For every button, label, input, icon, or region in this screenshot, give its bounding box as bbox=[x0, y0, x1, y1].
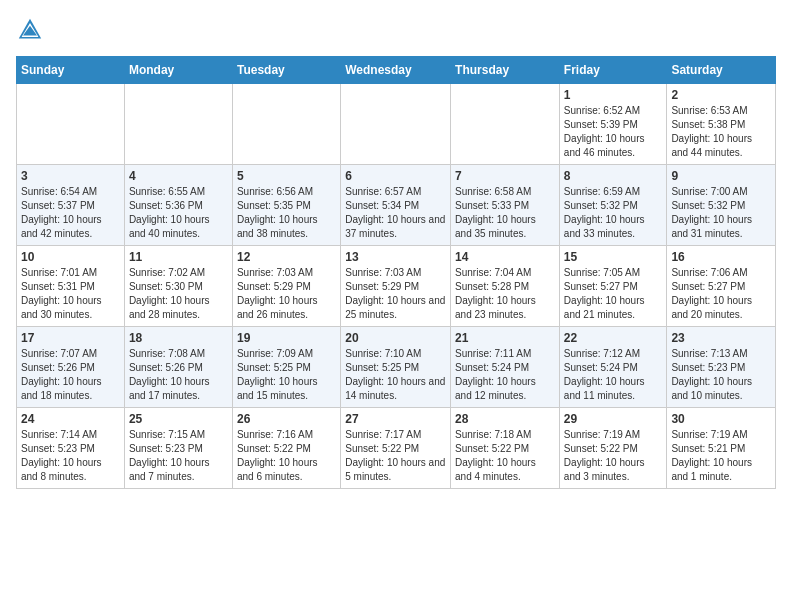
day-number: 27 bbox=[345, 412, 446, 426]
calendar-cell bbox=[232, 84, 340, 165]
calendar-header-saturday: Saturday bbox=[667, 57, 776, 84]
day-number: 17 bbox=[21, 331, 120, 345]
day-number: 25 bbox=[129, 412, 228, 426]
day-number: 15 bbox=[564, 250, 663, 264]
calendar-header-sunday: Sunday bbox=[17, 57, 125, 84]
day-number: 13 bbox=[345, 250, 446, 264]
day-info: Sunrise: 7:18 AMSunset: 5:22 PMDaylight:… bbox=[455, 428, 555, 484]
calendar-cell: 21Sunrise: 7:11 AMSunset: 5:24 PMDayligh… bbox=[451, 327, 560, 408]
calendar-cell: 4Sunrise: 6:55 AMSunset: 5:36 PMDaylight… bbox=[124, 165, 232, 246]
day-info: Sunrise: 7:05 AMSunset: 5:27 PMDaylight:… bbox=[564, 266, 663, 322]
day-info: Sunrise: 7:01 AMSunset: 5:31 PMDaylight:… bbox=[21, 266, 120, 322]
calendar-cell: 25Sunrise: 7:15 AMSunset: 5:23 PMDayligh… bbox=[124, 408, 232, 489]
calendar-header-friday: Friday bbox=[559, 57, 667, 84]
day-info: Sunrise: 7:06 AMSunset: 5:27 PMDaylight:… bbox=[671, 266, 771, 322]
day-info: Sunrise: 7:19 AMSunset: 5:22 PMDaylight:… bbox=[564, 428, 663, 484]
calendar-cell: 18Sunrise: 7:08 AMSunset: 5:26 PMDayligh… bbox=[124, 327, 232, 408]
day-info: Sunrise: 6:52 AMSunset: 5:39 PMDaylight:… bbox=[564, 104, 663, 160]
calendar-header-tuesday: Tuesday bbox=[232, 57, 340, 84]
day-number: 2 bbox=[671, 88, 771, 102]
day-number: 7 bbox=[455, 169, 555, 183]
day-info: Sunrise: 7:11 AMSunset: 5:24 PMDaylight:… bbox=[455, 347, 555, 403]
day-number: 14 bbox=[455, 250, 555, 264]
day-number: 18 bbox=[129, 331, 228, 345]
day-number: 12 bbox=[237, 250, 336, 264]
day-info: Sunrise: 7:03 AMSunset: 5:29 PMDaylight:… bbox=[237, 266, 336, 322]
calendar-cell: 17Sunrise: 7:07 AMSunset: 5:26 PMDayligh… bbox=[17, 327, 125, 408]
day-info: Sunrise: 7:13 AMSunset: 5:23 PMDaylight:… bbox=[671, 347, 771, 403]
calendar-cell: 12Sunrise: 7:03 AMSunset: 5:29 PMDayligh… bbox=[232, 246, 340, 327]
day-info: Sunrise: 7:10 AMSunset: 5:25 PMDaylight:… bbox=[345, 347, 446, 403]
day-number: 23 bbox=[671, 331, 771, 345]
day-number: 1 bbox=[564, 88, 663, 102]
calendar-header-thursday: Thursday bbox=[451, 57, 560, 84]
day-info: Sunrise: 6:55 AMSunset: 5:36 PMDaylight:… bbox=[129, 185, 228, 241]
calendar-cell: 7Sunrise: 6:58 AMSunset: 5:33 PMDaylight… bbox=[451, 165, 560, 246]
day-number: 8 bbox=[564, 169, 663, 183]
calendar-table: SundayMondayTuesdayWednesdayThursdayFrid… bbox=[16, 56, 776, 489]
day-number: 22 bbox=[564, 331, 663, 345]
day-number: 30 bbox=[671, 412, 771, 426]
calendar-cell: 13Sunrise: 7:03 AMSunset: 5:29 PMDayligh… bbox=[341, 246, 451, 327]
calendar-week-row: 24Sunrise: 7:14 AMSunset: 5:23 PMDayligh… bbox=[17, 408, 776, 489]
day-number: 6 bbox=[345, 169, 446, 183]
day-info: Sunrise: 7:17 AMSunset: 5:22 PMDaylight:… bbox=[345, 428, 446, 484]
day-number: 3 bbox=[21, 169, 120, 183]
day-info: Sunrise: 7:07 AMSunset: 5:26 PMDaylight:… bbox=[21, 347, 120, 403]
day-info: Sunrise: 7:09 AMSunset: 5:25 PMDaylight:… bbox=[237, 347, 336, 403]
calendar-cell: 20Sunrise: 7:10 AMSunset: 5:25 PMDayligh… bbox=[341, 327, 451, 408]
calendar-cell: 24Sunrise: 7:14 AMSunset: 5:23 PMDayligh… bbox=[17, 408, 125, 489]
calendar-cell: 14Sunrise: 7:04 AMSunset: 5:28 PMDayligh… bbox=[451, 246, 560, 327]
day-number: 4 bbox=[129, 169, 228, 183]
day-number: 5 bbox=[237, 169, 336, 183]
day-info: Sunrise: 7:14 AMSunset: 5:23 PMDaylight:… bbox=[21, 428, 120, 484]
day-number: 16 bbox=[671, 250, 771, 264]
calendar-cell: 10Sunrise: 7:01 AMSunset: 5:31 PMDayligh… bbox=[17, 246, 125, 327]
day-info: Sunrise: 6:59 AMSunset: 5:32 PMDaylight:… bbox=[564, 185, 663, 241]
calendar-cell: 23Sunrise: 7:13 AMSunset: 5:23 PMDayligh… bbox=[667, 327, 776, 408]
calendar-cell: 6Sunrise: 6:57 AMSunset: 5:34 PMDaylight… bbox=[341, 165, 451, 246]
day-info: Sunrise: 7:08 AMSunset: 5:26 PMDaylight:… bbox=[129, 347, 228, 403]
day-info: Sunrise: 7:15 AMSunset: 5:23 PMDaylight:… bbox=[129, 428, 228, 484]
day-info: Sunrise: 6:56 AMSunset: 5:35 PMDaylight:… bbox=[237, 185, 336, 241]
calendar-cell: 16Sunrise: 7:06 AMSunset: 5:27 PMDayligh… bbox=[667, 246, 776, 327]
day-number: 19 bbox=[237, 331, 336, 345]
day-number: 9 bbox=[671, 169, 771, 183]
logo-icon bbox=[16, 16, 44, 44]
day-number: 24 bbox=[21, 412, 120, 426]
day-info: Sunrise: 7:04 AMSunset: 5:28 PMDaylight:… bbox=[455, 266, 555, 322]
calendar-cell: 27Sunrise: 7:17 AMSunset: 5:22 PMDayligh… bbox=[341, 408, 451, 489]
calendar-header-row: SundayMondayTuesdayWednesdayThursdayFrid… bbox=[17, 57, 776, 84]
calendar-cell: 26Sunrise: 7:16 AMSunset: 5:22 PMDayligh… bbox=[232, 408, 340, 489]
day-number: 26 bbox=[237, 412, 336, 426]
calendar-header-wednesday: Wednesday bbox=[341, 57, 451, 84]
logo bbox=[16, 16, 48, 44]
day-info: Sunrise: 6:54 AMSunset: 5:37 PMDaylight:… bbox=[21, 185, 120, 241]
day-number: 29 bbox=[564, 412, 663, 426]
calendar-cell: 29Sunrise: 7:19 AMSunset: 5:22 PMDayligh… bbox=[559, 408, 667, 489]
day-info: Sunrise: 7:00 AMSunset: 5:32 PMDaylight:… bbox=[671, 185, 771, 241]
calendar-cell: 19Sunrise: 7:09 AMSunset: 5:25 PMDayligh… bbox=[232, 327, 340, 408]
calendar-cell: 28Sunrise: 7:18 AMSunset: 5:22 PMDayligh… bbox=[451, 408, 560, 489]
calendar-week-row: 10Sunrise: 7:01 AMSunset: 5:31 PMDayligh… bbox=[17, 246, 776, 327]
day-info: Sunrise: 6:58 AMSunset: 5:33 PMDaylight:… bbox=[455, 185, 555, 241]
calendar-week-row: 17Sunrise: 7:07 AMSunset: 5:26 PMDayligh… bbox=[17, 327, 776, 408]
calendar-cell: 1Sunrise: 6:52 AMSunset: 5:39 PMDaylight… bbox=[559, 84, 667, 165]
calendar-cell: 3Sunrise: 6:54 AMSunset: 5:37 PMDaylight… bbox=[17, 165, 125, 246]
day-info: Sunrise: 7:02 AMSunset: 5:30 PMDaylight:… bbox=[129, 266, 228, 322]
day-info: Sunrise: 7:12 AMSunset: 5:24 PMDaylight:… bbox=[564, 347, 663, 403]
day-number: 20 bbox=[345, 331, 446, 345]
day-number: 10 bbox=[21, 250, 120, 264]
day-info: Sunrise: 6:53 AMSunset: 5:38 PMDaylight:… bbox=[671, 104, 771, 160]
day-info: Sunrise: 6:57 AMSunset: 5:34 PMDaylight:… bbox=[345, 185, 446, 241]
calendar-week-row: 1Sunrise: 6:52 AMSunset: 5:39 PMDaylight… bbox=[17, 84, 776, 165]
day-number: 11 bbox=[129, 250, 228, 264]
calendar-week-row: 3Sunrise: 6:54 AMSunset: 5:37 PMDaylight… bbox=[17, 165, 776, 246]
calendar-cell: 9Sunrise: 7:00 AMSunset: 5:32 PMDaylight… bbox=[667, 165, 776, 246]
calendar-cell bbox=[341, 84, 451, 165]
day-info: Sunrise: 7:03 AMSunset: 5:29 PMDaylight:… bbox=[345, 266, 446, 322]
calendar-cell bbox=[451, 84, 560, 165]
calendar-header-monday: Monday bbox=[124, 57, 232, 84]
calendar-cell: 30Sunrise: 7:19 AMSunset: 5:21 PMDayligh… bbox=[667, 408, 776, 489]
calendar-cell bbox=[17, 84, 125, 165]
